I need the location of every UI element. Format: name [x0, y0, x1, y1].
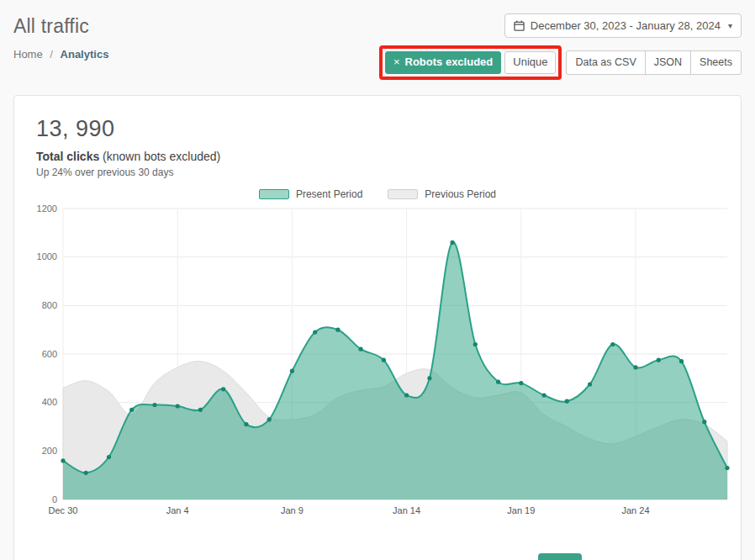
data-point[interactable]	[702, 420, 706, 424]
chat-widget-partial[interactable]	[538, 553, 582, 560]
total-clicks-value: 13, 990	[36, 116, 731, 142]
y-tick-label: 1200	[37, 203, 57, 214]
controls-row: × Robots excluded Unique Data as CSV JSO…	[379, 45, 742, 80]
data-point[interactable]	[725, 466, 729, 470]
header-left: All traffic Home / Analytics	[13, 13, 108, 61]
data-point[interactable]	[404, 393, 409, 397]
data-point[interactable]	[496, 380, 500, 384]
json-button[interactable]: JSON	[645, 50, 691, 74]
data-point[interactable]	[657, 358, 661, 362]
data-point[interactable]	[267, 417, 272, 421]
delta-label: Up 24% over previous 30 days	[36, 166, 731, 178]
x-tick-label: Jan 4	[166, 505, 189, 515]
y-tick-label: 0	[52, 494, 57, 504]
unique-button[interactable]: Unique	[504, 51, 556, 74]
data-point[interactable]	[633, 365, 637, 369]
robots-excluded-filter-button[interactable]: × Robots excluded	[385, 51, 501, 74]
header: All traffic Home / Analytics December 30…	[0, 0, 755, 80]
data-point[interactable]	[221, 387, 225, 391]
y-tick-label: 200	[42, 446, 57, 456]
stats-block: 13, 990 Total clicks (known bots exclude…	[24, 116, 731, 178]
x-tick-label: Jan 19	[507, 505, 535, 515]
data-point[interactable]	[359, 347, 363, 351]
annotation-highlight: × Robots excluded Unique	[379, 45, 562, 80]
breadcrumb: Home / Analytics	[13, 48, 108, 61]
data-point[interactable]	[107, 455, 111, 459]
y-tick-label: 600	[42, 348, 57, 358]
y-tick-label: 800	[42, 300, 57, 310]
traffic-card: 13, 990 Total clicks (known bots exclude…	[13, 95, 742, 560]
date-range-picker[interactable]: December 30, 2023 - January 28, 2024 ▾	[504, 13, 742, 38]
remove-filter-icon[interactable]: ×	[393, 56, 400, 69]
data-point[interactable]	[382, 358, 386, 362]
data-point[interactable]	[335, 328, 340, 332]
data-as-csv-button[interactable]: Data as CSV	[566, 50, 645, 74]
data-point[interactable]	[679, 359, 684, 363]
data-point[interactable]	[519, 381, 523, 385]
data-point[interactable]	[61, 458, 65, 462]
date-range-label: December 30, 2023 - January 28, 2024	[531, 19, 721, 32]
data-point[interactable]	[427, 376, 431, 380]
data-point[interactable]	[198, 408, 203, 412]
data-point[interactable]	[290, 369, 294, 373]
data-point[interactable]	[451, 240, 455, 245]
previous-period-legend-label: Previous Period	[425, 188, 496, 200]
page-title: All traffic	[13, 15, 108, 38]
breadcrumb-home-link[interactable]: Home	[13, 48, 43, 61]
traffic-chart[interactable]: 020040060080010001200Dec 30Jan 4Jan 9Jan…	[24, 203, 732, 525]
calendar-icon	[514, 20, 525, 31]
metric-label: Total clicks (known bots excluded)	[36, 150, 731, 163]
header-right: December 30, 2023 - January 28, 2024 ▾ ×…	[379, 13, 742, 80]
data-point[interactable]	[244, 422, 248, 426]
data-point[interactable]	[588, 382, 592, 386]
x-tick-label: Jan 24	[621, 505, 649, 515]
x-tick-label: Jan 9	[281, 505, 304, 515]
data-point[interactable]	[565, 399, 569, 404]
chart-legend: Present Period Previous Period	[24, 188, 731, 200]
data-point[interactable]	[152, 403, 156, 407]
caret-down-icon: ▾	[728, 21, 732, 30]
data-point[interactable]	[542, 393, 546, 397]
present-period-legend-label: Present Period	[296, 188, 362, 200]
data-point[interactable]	[176, 404, 180, 408]
robots-excluded-label: Robots excluded	[405, 56, 494, 69]
sheets-button[interactable]: Sheets	[690, 50, 742, 74]
data-point[interactable]	[473, 342, 478, 346]
metric-label-bold: Total clicks	[36, 150, 99, 163]
x-tick-label: Dec 30	[49, 505, 78, 515]
page: All traffic Home / Analytics December 30…	[0, 0, 755, 560]
breadcrumb-current: Analytics	[61, 48, 109, 61]
export-button-group: Data as CSV JSON Sheets	[566, 50, 742, 74]
x-tick-label: Jan 14	[393, 505, 420, 515]
present-period-swatch	[259, 189, 289, 199]
present-period-area	[63, 242, 727, 499]
metric-label-rest: (known bots excluded)	[99, 150, 220, 163]
y-tick-label: 400	[42, 397, 57, 407]
data-point[interactable]	[313, 330, 317, 334]
y-tick-label: 1000	[37, 251, 57, 262]
data-point[interactable]	[610, 342, 615, 346]
previous-period-swatch	[388, 189, 418, 199]
breadcrumb-separator: /	[50, 48, 53, 61]
data-point[interactable]	[84, 471, 88, 475]
data-point[interactable]	[129, 408, 134, 412]
